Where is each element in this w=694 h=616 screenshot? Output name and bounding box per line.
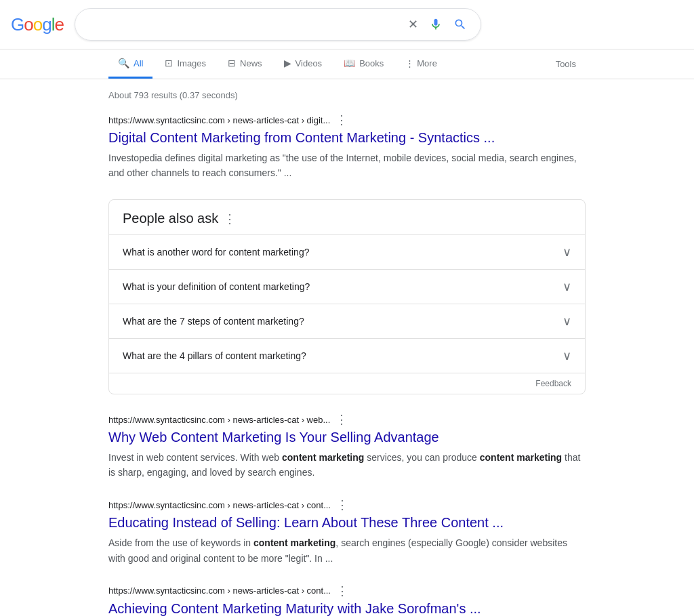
voice-search-button[interactable] (426, 15, 445, 34)
search-icon (453, 18, 467, 31)
result-url-row: https://www.syntacticsinc.com › news-art… (108, 114, 586, 126)
paa-question: What is another word for content marketi… (123, 247, 309, 258)
header: Google site:syntacticsinc.com content ma… (0, 0, 694, 49)
tab-more[interactable]: ⋮ More (396, 50, 447, 79)
paa-item[interactable]: What are the 4 pillars of content market… (109, 338, 585, 373)
result-title[interactable]: Digital Content Marketing from Content M… (108, 129, 586, 146)
feedback-label[interactable]: Feedback (535, 379, 571, 388)
tab-books[interactable]: 📖 Books (334, 49, 393, 79)
paa-header: People also ask ⋮ (109, 200, 585, 234)
result-title[interactable]: Achieving Content Marketing Maturity wit… (108, 600, 586, 616)
tab-news[interactable]: ⊟ News (218, 49, 272, 79)
result-url: https://www.syntacticsinc.com › news-art… (108, 586, 331, 596)
result-snippet: Invest in web content services. With web… (108, 450, 586, 480)
result-item: https://www.syntacticsinc.com › news-art… (108, 585, 586, 616)
videos-icon: ▶ (284, 58, 291, 68)
result-item: https://www.syntacticsinc.com › news-art… (108, 499, 586, 565)
news-icon: ⊟ (228, 58, 236, 68)
results-count: About 793 results (0.37 seconds) (108, 90, 586, 100)
result-snippet: Investopedia defines digital marketing a… (108, 150, 586, 180)
result-url: https://www.syntacticsinc.com › news-art… (108, 500, 331, 510)
all-icon: 🔍 (118, 58, 129, 68)
more-dots-icon: ⋮ (405, 58, 414, 68)
result-title[interactable]: Why Web Content Marketing Is Your Sellin… (108, 428, 586, 446)
paa-question: What is your definition of content marke… (123, 281, 310, 292)
search-button[interactable] (451, 15, 470, 34)
paa-feedback: Feedback (109, 373, 585, 394)
chevron-down-icon: ∨ (563, 348, 571, 363)
paa-item[interactable]: What are the 7 steps of content marketin… (109, 304, 585, 338)
paa-item[interactable]: What is your definition of content marke… (109, 269, 585, 304)
paa-item[interactable]: What is another word for content marketi… (109, 234, 585, 269)
chevron-down-icon: ∨ (563, 314, 571, 329)
search-bar-icons: ✕ (405, 14, 470, 35)
paa-question: What are the 7 steps of content marketin… (123, 316, 304, 327)
result-options-icon[interactable]: ⋮ (335, 114, 348, 126)
tab-images[interactable]: ⊡ Images (155, 49, 216, 79)
paa-question: What are the 4 pillars of content market… (123, 350, 306, 361)
result-title[interactable]: Educating Instead of Selling: Learn Abou… (108, 514, 586, 531)
result-snippet: Aside from the use of keywords in conten… (108, 535, 586, 565)
paa-title: People also ask (123, 211, 218, 226)
result-options-icon[interactable]: ⋮ (336, 585, 348, 597)
chevron-down-icon: ∨ (563, 279, 571, 294)
search-bar: site:syntacticsinc.com content marketing… (75, 8, 481, 41)
main-content: About 793 results (0.37 seconds) https:/… (0, 79, 694, 616)
images-icon: ⊡ (165, 58, 173, 68)
result-url-row: https://www.syntacticsinc.com › news-art… (108, 413, 586, 426)
result-options-icon[interactable]: ⋮ (336, 499, 348, 511)
people-also-ask-box: People also ask ⋮ What is another word f… (108, 199, 586, 394)
chevron-down-icon: ∨ (563, 245, 571, 260)
search-input[interactable]: site:syntacticsinc.com content marketing (86, 18, 400, 30)
mic-icon (429, 18, 443, 31)
result-item: https://www.syntacticsinc.com › news-art… (108, 413, 586, 480)
result-item: https://www.syntacticsinc.com › news-art… (108, 114, 586, 180)
result-options-icon[interactable]: ⋮ (335, 413, 348, 426)
clear-button[interactable]: ✕ (405, 14, 421, 35)
tab-videos[interactable]: ▶ Videos (274, 49, 332, 79)
google-logo: Google (11, 14, 64, 35)
tab-all[interactable]: 🔍 All (108, 49, 152, 79)
result-url-row: https://www.syntacticsinc.com › news-art… (108, 585, 586, 597)
books-icon: 📖 (344, 58, 355, 68)
nav-tabs: 🔍 All ⊡ Images ⊟ News ▶ Videos 📖 Books ⋮… (0, 49, 694, 79)
paa-options-icon[interactable]: ⋮ (224, 211, 236, 226)
result-url: https://www.syntacticsinc.com › news-art… (108, 415, 330, 425)
result-url-row: https://www.syntacticsinc.com › news-art… (108, 499, 586, 511)
result-url: https://www.syntacticsinc.com › news-art… (108, 115, 330, 125)
tools-button[interactable]: Tools (546, 51, 586, 77)
